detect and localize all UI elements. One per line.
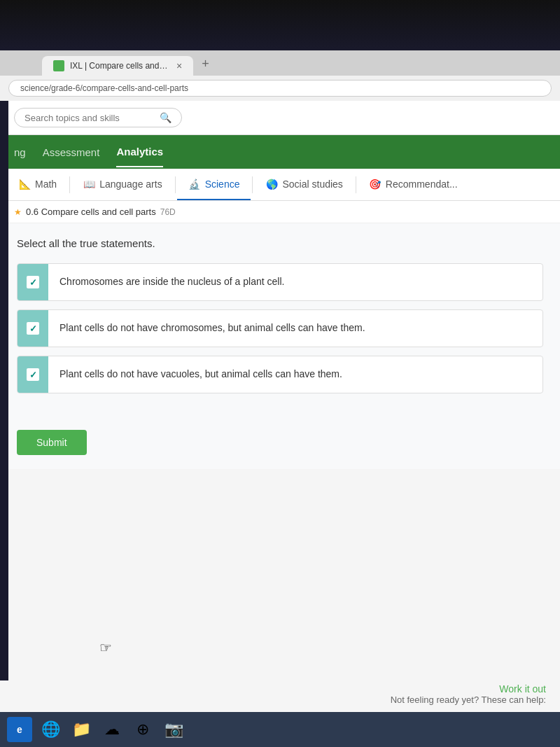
tab-title: IXL | Compare cells and cell parts [70, 61, 168, 71]
subject-tab-language-arts-label: Language arts [99, 179, 162, 190]
breadcrumb: ★ 0.6 Compare cells and cell parts 76D [0, 201, 560, 223]
answer-option-3[interactable]: ✓ Plant cells do not have vacuoles, but … [17, 356, 543, 393]
taskbar-ie-icon[interactable]: e [7, 717, 32, 742]
option-3-check-icon: ✓ [29, 370, 37, 380]
answer-option-1[interactable]: ✓ Chromosomes are inside the nucleus of … [17, 263, 543, 301]
address-bar-row: science/grade-6/compare-cells-and-cell-p… [0, 76, 560, 101]
subject-tab-science-label: Science [205, 179, 240, 190]
work-it-out-section: Work it out Not feeling ready yet? These… [391, 683, 546, 705]
subject-tab-math-label: Math [35, 179, 57, 190]
active-tab[interactable]: IXL | Compare cells and cell parts × [42, 56, 193, 76]
question-area: Select all the true statements. ✓ Chromo… [0, 223, 560, 416]
option-3-checkbox[interactable]: ✓ [18, 356, 48, 393]
science-icon: 🔬 [188, 178, 201, 190]
subject-tab-social-studies[interactable]: 🌎 Social studies [254, 169, 354, 200]
option-3-text: Plant cells do not have vacuoles, but an… [48, 358, 354, 391]
search-wrapper[interactable]: 🔍 [14, 108, 182, 127]
math-icon: 📐 [18, 178, 31, 190]
address-text: science/grade-6/compare-cells-and-cell-p… [20, 83, 188, 93]
submit-button[interactable]: Submit [17, 430, 87, 455]
breadcrumb-link[interactable]: 0.6 Compare cells and cell parts [26, 207, 156, 217]
subject-tab-math[interactable]: 📐 Math [7, 169, 68, 200]
option-1-checkbox[interactable]: ✓ [18, 264, 48, 300]
tab-divider-2 [175, 176, 176, 193]
option-2-checkbox-inner: ✓ [27, 322, 39, 335]
subject-tab-language-arts[interactable]: 📖 Language arts [71, 169, 174, 200]
work-it-out-subtitle: Not feeling ready yet? These can help: [391, 694, 546, 705]
option-2-checkbox[interactable]: ✓ [18, 310, 48, 347]
answer-option-2[interactable]: ✓ Plant cells do not have chromosomes, b… [17, 309, 543, 347]
submit-section: Submit [0, 416, 560, 469]
language-arts-icon: 📖 [83, 178, 95, 190]
taskbar-edge-icon[interactable]: 🌐 [38, 717, 63, 742]
recommendations-icon: 🎯 [369, 178, 382, 190]
nav-tab-learning[interactable]: ng [14, 138, 26, 167]
new-tab-button[interactable]: + [193, 53, 218, 76]
search-bar: 🔍 [0, 101, 560, 135]
breadcrumb-code: 76D [160, 207, 176, 217]
taskbar-onedrive-icon[interactable]: ☁ [99, 717, 125, 742]
option-1-check-icon: ✓ [29, 277, 37, 288]
search-input[interactable] [24, 113, 157, 123]
subject-tabs: 📐 Math 📖 Language arts 🔬 Science 🌎 Socia… [0, 169, 560, 201]
subject-tab-social-studies-label: Social studies [282, 179, 342, 190]
option-2-text: Plant cells do not have chromosomes, but… [48, 312, 377, 345]
social-studies-icon: 🌎 [265, 178, 278, 190]
question-instruction: Select all the true statements. [17, 237, 543, 249]
option-1-checkbox-inner: ✓ [27, 276, 39, 288]
taskbar-camera-icon[interactable]: 📷 [161, 717, 186, 742]
nav-tabs: ng Assessment Analytics [0, 135, 560, 169]
work-it-out-title: Work it out [391, 683, 546, 694]
option-2-check-icon: ✓ [29, 323, 37, 334]
tab-favicon [53, 60, 64, 71]
breadcrumb-star: ★ [14, 207, 22, 217]
address-bar[interactable]: science/grade-6/compare-cells-and-cell-p… [8, 80, 552, 97]
taskbar-chrome-icon[interactable]: ⊕ [130, 717, 155, 742]
subject-tab-science[interactable]: 🔬 Science [177, 169, 251, 200]
option-3-checkbox-inner: ✓ [27, 368, 39, 381]
taskbar-explorer-icon[interactable]: 📁 [69, 717, 94, 742]
search-icon: 🔍 [160, 112, 172, 123]
tab-close-button[interactable]: × [176, 60, 182, 71]
option-1-text: Chromosomes are inside the nucleus of a … [48, 265, 295, 299]
subject-tab-recommendations-label: Recommendat... [386, 179, 458, 190]
tab-divider-3 [252, 176, 253, 193]
tab-divider-1 [69, 176, 70, 193]
subject-tab-recommendations[interactable]: 🎯 Recommendat... [358, 169, 469, 200]
tab-divider-4 [356, 176, 356, 193]
app-wrapper: 🔍 ng Assessment Analytics 📐 Math 📖 Langu… [0, 101, 560, 747]
taskbar: e 🌐 📁 ☁ ⊕ 📷 [0, 712, 560, 747]
tab-bar: IXL | Compare cells and cell parts × + [0, 50, 560, 76]
nav-tab-analytics[interactable]: Analytics [116, 137, 163, 167]
nav-tab-assessment[interactable]: Assessment [43, 138, 100, 167]
